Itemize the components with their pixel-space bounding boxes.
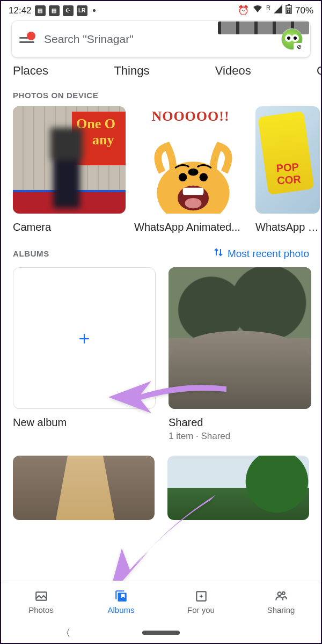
albums-grid-row2 [1, 442, 321, 520]
nav-for-you[interactable]: For you [161, 581, 241, 623]
account-avatar[interactable]: ⊘ [281, 28, 303, 50]
back-button[interactable]: 〈 [60, 626, 71, 640]
meme-text: NOOOOO!! [134, 108, 247, 125]
album-new[interactable]: ＋ New album [13, 267, 156, 442]
sort-icon [214, 247, 223, 260]
sharing-icon [274, 589, 288, 603]
status-left: 12:42 ▤ ▤ ☪ LR [9, 5, 96, 16]
album-label: New album [13, 416, 156, 429]
sign-text: any [92, 132, 114, 148]
wifi-icon [252, 5, 263, 16]
nav-label: For you [187, 605, 215, 614]
svg-point-13 [277, 592, 281, 596]
notif-lr-icon: LR [77, 5, 87, 16]
folder-label: WhatsApp Animated... [134, 221, 247, 233]
device-folder-whatsapp-images[interactable]: POP COR WhatsApp Im [255, 106, 320, 233]
notif-more-icon [93, 9, 96, 12]
folder-label: Camera [13, 221, 126, 233]
battery-icon [286, 4, 292, 17]
svg-point-9 [185, 198, 202, 208]
albums-grid: ＋ New album Shared 1 item · Shared [1, 267, 321, 442]
backup-off-icon: ⊘ [294, 43, 304, 50]
device-folders-row[interactable]: One Oany Camera NOOOOO!! [1, 106, 321, 233]
notif-prayer-icon: ☪ [63, 5, 74, 16]
album-item[interactable] [13, 456, 155, 520]
category-row[interactable]: Places Things Videos C [1, 58, 321, 78]
svg-rect-1 [288, 4, 290, 5]
album-item[interactable] [167, 456, 309, 520]
sort-label: Most recent photo [228, 248, 309, 260]
svg-point-6 [188, 169, 198, 176]
svg-point-14 [282, 592, 284, 595]
bag-text: POP COR [276, 160, 313, 187]
album-sublabel: 1 item · Shared [169, 431, 311, 442]
nav-sharing[interactable]: Sharing [241, 581, 321, 623]
nav-albums[interactable]: Albums [81, 581, 161, 623]
bottom-nav: Photos Albums For you Sharing [1, 581, 321, 623]
section-albums: ALBUMS [13, 249, 49, 258]
folder-label: WhatsApp Im [255, 221, 320, 233]
signal-roaming: R [266, 4, 270, 11]
device-folder-camera[interactable]: One Oany Camera [13, 106, 126, 233]
plus-icon: ＋ [75, 326, 93, 350]
category-things[interactable]: Things [114, 64, 149, 78]
notif-msg-icon: ▤ [49, 5, 60, 16]
nav-label: Sharing [267, 605, 295, 614]
album-label: Shared [169, 416, 311, 429]
menu-icon[interactable] [19, 34, 34, 45]
alarm-icon: ⏰ [238, 5, 249, 16]
svg-point-5 [200, 173, 208, 181]
sort-button[interactable]: Most recent photo [214, 247, 309, 260]
foryou-icon [194, 589, 208, 603]
notif-msg-icon: ▤ [35, 5, 46, 16]
photos-icon [34, 589, 48, 603]
svg-point-4 [179, 173, 187, 181]
status-time: 12:42 [9, 5, 32, 16]
category-videos[interactable]: Videos [215, 64, 251, 78]
section-photos-on-device: PHOTOS ON DEVICE [1, 78, 321, 106]
nav-label: Photos [28, 605, 54, 614]
signal-icon [274, 5, 282, 16]
album-shared[interactable]: Shared 1 item · Shared [169, 267, 311, 442]
nav-label: Albums [107, 605, 134, 614]
device-folder-whatsapp-animated[interactable]: NOOOOO!! WhatsApp Animated... [134, 106, 247, 233]
category-places[interactable]: Places [13, 64, 48, 78]
albums-icon [114, 589, 128, 603]
search-input[interactable]: Search "Srinagar" [44, 33, 272, 46]
battery-pct: 70% [295, 5, 313, 16]
status-right: ⏰ R 70% [238, 4, 313, 17]
svg-rect-8 [183, 188, 204, 195]
home-pill[interactable] [142, 631, 180, 635]
status-bar: 12:42 ▤ ▤ ☪ LR ⏰ R 70% [1, 1, 321, 18]
nav-photos[interactable]: Photos [1, 581, 81, 623]
category-more[interactable]: C [317, 64, 321, 78]
system-nav: 〈 [1, 623, 321, 643]
